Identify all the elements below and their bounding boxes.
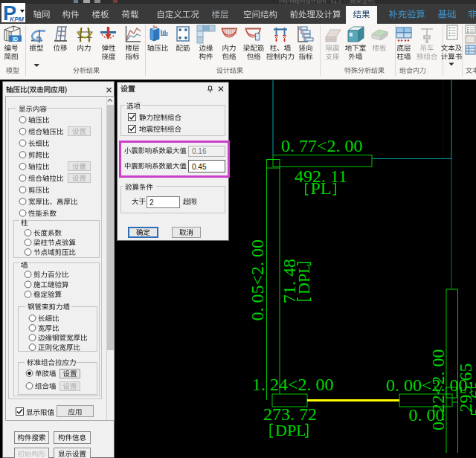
svg-text:2: 2	[149, 199, 154, 207]
svg-text:0.45: 0.45	[192, 163, 207, 171]
svg-text:DPL: DPL	[295, 263, 313, 294]
svg-text:1. 24<2. 00: 1. 24<2. 00	[252, 375, 334, 394]
svg-text:0. 22<2. 00: 0. 22<2. 00	[428, 349, 448, 430]
svg-text:0.16: 0.16	[192, 147, 207, 155]
svg-text:KPM: KPM	[10, 16, 25, 23]
svg-text:PL: PL	[311, 178, 332, 198]
svg-text:0. 77<2. 00: 0. 77<2. 00	[281, 136, 363, 155]
svg-text:0. 05<2. 00: 0. 05<2. 00	[248, 239, 267, 321]
svg-text:ID: ID	[13, 36, 19, 42]
svg-text:DPL: DPL	[275, 421, 306, 439]
svg-text:5. 65: 5. 65	[466, 381, 476, 416]
